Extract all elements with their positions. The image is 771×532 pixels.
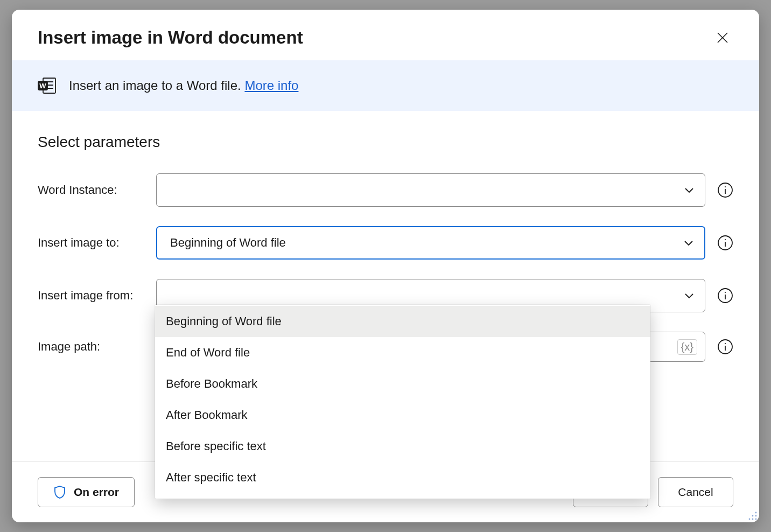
svg-point-12 [725, 239, 726, 240]
cancel-label: Cancel [678, 486, 713, 499]
dropdown-option[interactable]: Before Bookmark [155, 368, 650, 400]
param-row-insert-to: Insert image to: Beginning of Word file [38, 226, 733, 260]
word-icon: W [38, 78, 56, 94]
info-text: Insert an image to a Word file. More inf… [69, 78, 298, 93]
on-error-button[interactable]: On error [38, 477, 135, 507]
image-path-label: Image path: [38, 340, 156, 354]
svg-point-9 [725, 186, 726, 187]
insert-to-label: Insert image to: [38, 236, 156, 250]
word-instance-select[interactable] [156, 173, 705, 207]
info-icon[interactable] [717, 339, 733, 355]
chevron-down-icon [683, 184, 695, 196]
svg-point-22 [755, 519, 757, 520]
dropdown-option[interactable]: Beginning of Word file [155, 306, 650, 337]
info-icon[interactable] [717, 288, 733, 304]
svg-point-25 [749, 519, 751, 520]
svg-point-20 [755, 512, 757, 514]
on-error-label: On error [74, 486, 119, 499]
shield-icon [53, 485, 66, 499]
dialog: Insert image in Word document W Insert a… [12, 10, 759, 522]
info-description: Insert an image to a Word file. [69, 78, 244, 93]
svg-point-15 [725, 292, 726, 293]
cancel-button[interactable]: Cancel [658, 477, 733, 507]
svg-point-21 [755, 515, 757, 517]
chevron-down-icon [683, 290, 695, 302]
insert-to-dropdown: Beginning of Word file End of Word file … [155, 305, 650, 499]
param-row-word-instance: Word Instance: [38, 173, 733, 207]
svg-text:W: W [39, 82, 46, 90]
info-icon[interactable] [717, 235, 733, 251]
info-icon[interactable] [717, 182, 733, 198]
insert-to-value: Beginning of Word file [170, 236, 286, 250]
dropdown-option[interactable]: After specific text [155, 462, 650, 493]
variable-icon[interactable]: {x} [677, 339, 697, 355]
close-icon [717, 32, 728, 44]
insert-to-select[interactable]: Beginning of Word file [156, 226, 705, 260]
dropdown-option[interactable]: After Bookmark [155, 400, 650, 431]
dropdown-option[interactable]: End of Word file [155, 337, 650, 368]
word-instance-label: Word Instance: [38, 183, 156, 197]
svg-point-18 [725, 343, 726, 344]
info-banner: W Insert an image to a Word file. More i… [12, 60, 759, 111]
insert-from-label: Insert image from: [38, 289, 156, 303]
section-heading: Select parameters [38, 134, 733, 151]
chevron-down-icon [683, 237, 695, 249]
svg-point-23 [752, 515, 754, 517]
dialog-header: Insert image in Word document [12, 10, 759, 60]
close-button[interactable] [712, 27, 733, 48]
resize-grip-icon[interactable] [748, 511, 758, 521]
svg-point-24 [752, 519, 754, 520]
dialog-title: Insert image in Word document [38, 27, 303, 48]
dropdown-option[interactable]: Before specific text [155, 431, 650, 462]
more-info-link[interactable]: More info [244, 78, 298, 93]
